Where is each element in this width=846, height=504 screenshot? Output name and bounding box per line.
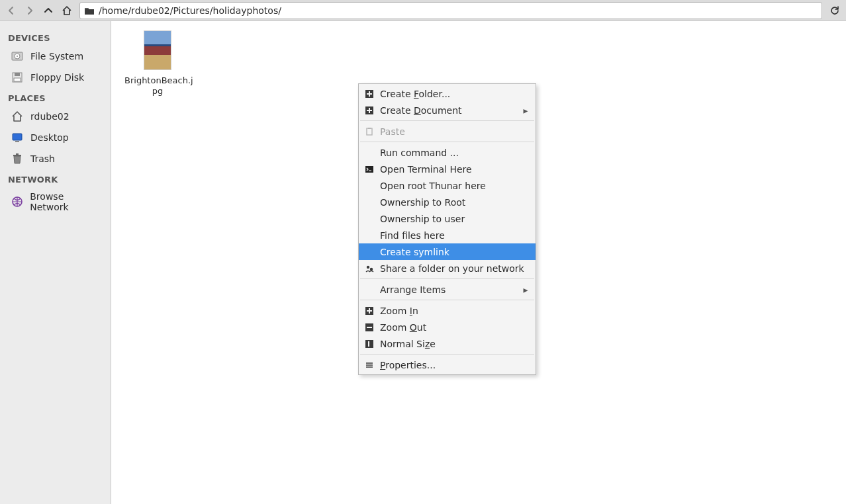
sidebar-item-label: File System bbox=[30, 51, 83, 62]
context-menu-item-label: Zoom In bbox=[380, 306, 529, 316]
zoomminus-icon bbox=[364, 322, 375, 333]
arrow-up-icon bbox=[43, 5, 54, 16]
terminal-icon bbox=[364, 164, 375, 175]
up-button[interactable] bbox=[40, 2, 57, 19]
normalsize-icon bbox=[364, 339, 375, 349]
svg-point-17 bbox=[370, 267, 373, 270]
context-menu-separator bbox=[360, 354, 534, 355]
context-menu-item-zoom-in[interactable]: Zoom In bbox=[359, 302, 536, 319]
arrow-left-icon bbox=[6, 5, 17, 16]
blank-icon bbox=[364, 247, 375, 257]
context-menu-item-arrange-items[interactable]: Arrange Items▸ bbox=[359, 281, 536, 298]
sidebar-header-devices: DEVICES bbox=[0, 28, 111, 46]
sidebar-item-floppy-disk[interactable]: Floppy Disk bbox=[0, 67, 111, 88]
home-button[interactable] bbox=[58, 2, 75, 19]
svg-rect-13 bbox=[367, 128, 372, 135]
context-menu-item-label: Create Document bbox=[380, 105, 517, 116]
reload-button[interactable] bbox=[826, 2, 843, 19]
floppy-icon bbox=[11, 71, 24, 84]
context-menu-item-label: Open root Thunar here bbox=[380, 181, 529, 191]
svg-rect-7 bbox=[15, 141, 19, 142]
location-bar[interactable]: /home/rdube02/Pictures/holidayphotos/ bbox=[79, 2, 822, 19]
svg-rect-5 bbox=[14, 78, 21, 81]
context-menu-separator bbox=[360, 300, 534, 300]
reload-icon bbox=[829, 5, 840, 16]
context-menu-item-label: Run command ... bbox=[380, 147, 529, 158]
context-menu-item-open-terminal-here[interactable]: Open Terminal Here bbox=[359, 161, 536, 177]
sidebar-item-trash[interactable]: Trash bbox=[0, 148, 111, 169]
forward-button[interactable] bbox=[21, 2, 38, 19]
plus-icon bbox=[364, 89, 375, 99]
content-area[interactable]: BrightonBeach.j pg Create Folder...Creat… bbox=[111, 21, 846, 504]
sidebar-item-label: Browse Network bbox=[30, 191, 103, 212]
sidebar-item-desktop[interactable]: Desktop bbox=[0, 127, 111, 148]
submenu-arrow-icon: ▸ bbox=[522, 284, 529, 295]
context-menu-item-ownership-to-user[interactable]: Ownership to user bbox=[359, 210, 536, 227]
properties-icon bbox=[364, 360, 375, 370]
context-menu-item-label: Share a folder on your network bbox=[380, 263, 529, 274]
sidebar-item-browse-network[interactable]: Browse Network bbox=[0, 187, 111, 216]
context-menu-item-label: Open Terminal Here bbox=[380, 164, 529, 175]
context-menu-item-label: Normal Size bbox=[380, 339, 529, 349]
context-menu-item-share-a-folder-on-your-network[interactable]: Share a folder on your network bbox=[359, 260, 536, 276]
blank-icon bbox=[364, 181, 375, 191]
context-menu-separator bbox=[360, 142, 534, 142]
context-menu-item-create-symlink[interactable]: Create symlink bbox=[359, 243, 536, 260]
context-menu-item-zoom-out[interactable]: Zoom Out bbox=[359, 319, 536, 335]
context-menu-item-label: Arrange Items bbox=[380, 284, 517, 295]
context-menu-item-create-document[interactable]: Create Document▸ bbox=[359, 102, 536, 118]
back-button[interactable] bbox=[3, 2, 20, 19]
file-thumbnail bbox=[144, 30, 171, 70]
sidebar-item-label: Floppy Disk bbox=[30, 72, 84, 83]
sidebar-item-home[interactable]: rdube02 bbox=[0, 106, 111, 127]
arrow-right-icon bbox=[24, 5, 35, 16]
sidebar-item-label: Desktop bbox=[30, 132, 69, 143]
context-menu-item-run-command[interactable]: Run command ... bbox=[359, 144, 536, 161]
context-menu-item-normal-size[interactable]: Normal Size bbox=[359, 335, 536, 352]
drive-icon bbox=[11, 50, 24, 63]
trash-icon bbox=[11, 152, 24, 165]
blank-icon bbox=[364, 230, 375, 241]
svg-rect-4 bbox=[15, 73, 20, 76]
svg-point-16 bbox=[367, 265, 369, 268]
context-menu-item-label: Create symlink bbox=[380, 247, 529, 257]
sidebar: DEVICES File System Floppy Disk PLACES r… bbox=[0, 21, 111, 504]
blank-icon bbox=[364, 197, 375, 208]
svg-rect-6 bbox=[13, 134, 22, 140]
context-menu-item-label: Ownership to Root bbox=[380, 197, 529, 208]
svg-rect-9 bbox=[16, 153, 19, 155]
sidebar-item-label: Trash bbox=[30, 153, 55, 164]
context-menu-separator bbox=[360, 278, 534, 279]
context-menu-item-label: Properties... bbox=[380, 360, 529, 370]
sidebar-header-network: NETWORK bbox=[0, 169, 111, 187]
blank-icon bbox=[364, 147, 375, 158]
file-item[interactable]: BrightonBeach.j pg bbox=[124, 30, 191, 97]
folder-icon bbox=[84, 5, 95, 16]
location-path: /home/rdube02/Pictures/holidayphotos/ bbox=[99, 5, 818, 16]
svg-point-2 bbox=[17, 56, 18, 57]
share-icon bbox=[364, 263, 375, 274]
sidebar-header-places: PLACES bbox=[0, 88, 111, 106]
context-menu-item-paste: Paste bbox=[359, 123, 536, 140]
clipboard-icon bbox=[364, 126, 375, 137]
context-menu-item-properties[interactable]: Properties... bbox=[359, 357, 536, 373]
file-name: BrightonBeach.j pg bbox=[124, 75, 191, 97]
home-icon bbox=[11, 110, 24, 123]
sidebar-item-file-system[interactable]: File System bbox=[0, 46, 111, 67]
blank-icon bbox=[364, 214, 375, 224]
network-icon bbox=[11, 195, 23, 208]
context-menu-item-ownership-to-root[interactable]: Ownership to Root bbox=[359, 194, 536, 210]
svg-rect-8 bbox=[13, 155, 21, 156]
home-icon bbox=[62, 5, 72, 16]
context-menu-separator bbox=[360, 120, 534, 121]
context-menu-item-find-files-here[interactable]: Find files here bbox=[359, 227, 536, 243]
zoomplus-icon bbox=[364, 306, 375, 316]
submenu-arrow-icon: ▸ bbox=[522, 105, 529, 116]
context-menu-item-label: Find files here bbox=[380, 230, 529, 241]
context-menu-item-label: Paste bbox=[380, 126, 529, 137]
context-menu: Create Folder...Create Document▸PasteRun… bbox=[358, 83, 536, 375]
blank-icon bbox=[364, 284, 375, 295]
context-menu-item-open-root-thunar-here[interactable]: Open root Thunar here bbox=[359, 177, 536, 194]
context-menu-item-create-folder[interactable]: Create Folder... bbox=[359, 85, 536, 102]
context-menu-item-label: Ownership to user bbox=[380, 214, 529, 224]
